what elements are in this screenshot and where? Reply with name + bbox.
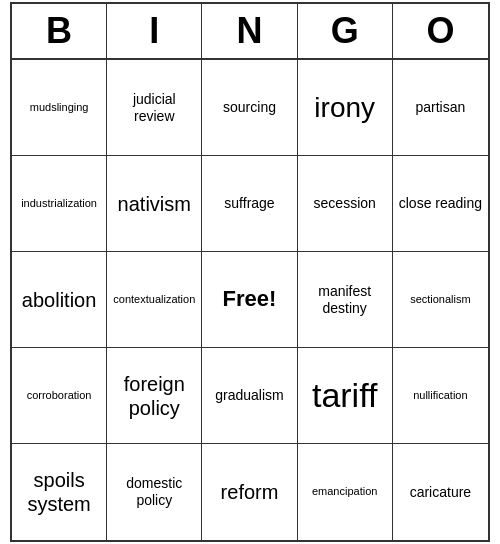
bingo-cell: abolition	[12, 252, 107, 348]
cell-text: sourcing	[223, 99, 276, 116]
cell-text: caricature	[410, 484, 471, 501]
header-letter: G	[298, 4, 393, 58]
cell-text: mudslinging	[30, 101, 89, 114]
cell-text: tariff	[312, 375, 378, 416]
cell-text: secession	[314, 195, 376, 212]
cell-text: corroboration	[27, 389, 92, 402]
cell-text: domestic policy	[111, 475, 197, 509]
bingo-cell: sourcing	[202, 60, 297, 156]
bingo-cell: nullification	[393, 348, 488, 444]
cell-text: manifest destiny	[302, 283, 388, 317]
bingo-grid: mudslingingjudicial reviewsourcingironyp…	[12, 60, 488, 540]
bingo-header: BINGO	[12, 4, 488, 60]
cell-text: nullification	[413, 389, 467, 402]
cell-text: reform	[221, 480, 279, 504]
cell-text: suffrage	[224, 195, 274, 212]
bingo-cell: tariff	[298, 348, 393, 444]
bingo-cell: reform	[202, 444, 297, 540]
bingo-cell: partisan	[393, 60, 488, 156]
cell-text: abolition	[22, 288, 97, 312]
bingo-cell: judicial review	[107, 60, 202, 156]
cell-text: sectionalism	[410, 293, 471, 306]
header-letter: N	[202, 4, 297, 58]
bingo-cell: secession	[298, 156, 393, 252]
cell-text: irony	[314, 91, 375, 125]
cell-text: Free!	[223, 286, 277, 312]
cell-text: spoils system	[16, 468, 102, 516]
cell-text: industrialization	[21, 197, 97, 210]
bingo-cell: industrialization	[12, 156, 107, 252]
bingo-cell: spoils system	[12, 444, 107, 540]
cell-text: nativism	[118, 192, 191, 216]
bingo-cell: domestic policy	[107, 444, 202, 540]
bingo-cell: close reading	[393, 156, 488, 252]
cell-text: foreign policy	[111, 372, 197, 420]
cell-text: partisan	[415, 99, 465, 116]
header-letter: O	[393, 4, 488, 58]
bingo-cell: irony	[298, 60, 393, 156]
cell-text: emancipation	[312, 485, 377, 498]
cell-text: close reading	[399, 195, 482, 212]
bingo-cell: suffrage	[202, 156, 297, 252]
bingo-cell: caricature	[393, 444, 488, 540]
header-letter: B	[12, 4, 107, 58]
cell-text: contextualization	[113, 293, 195, 306]
bingo-cell: contextualization	[107, 252, 202, 348]
bingo-cell: foreign policy	[107, 348, 202, 444]
bingo-cell: corroboration	[12, 348, 107, 444]
bingo-cell: nativism	[107, 156, 202, 252]
bingo-cell: gradualism	[202, 348, 297, 444]
cell-text: judicial review	[111, 91, 197, 125]
bingo-cell: Free!	[202, 252, 297, 348]
bingo-card: BINGO mudslingingjudicial reviewsourcing…	[10, 2, 490, 542]
bingo-cell: manifest destiny	[298, 252, 393, 348]
bingo-cell: emancipation	[298, 444, 393, 540]
header-letter: I	[107, 4, 202, 58]
bingo-cell: sectionalism	[393, 252, 488, 348]
bingo-cell: mudslinging	[12, 60, 107, 156]
cell-text: gradualism	[215, 387, 283, 404]
